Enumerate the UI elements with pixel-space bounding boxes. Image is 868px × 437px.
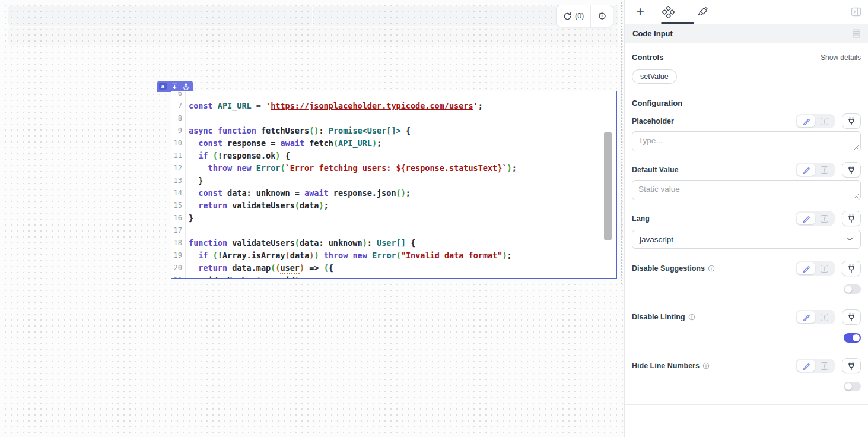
- property-label: Disable Linting: [632, 313, 695, 321]
- plug-icon-button[interactable]: [842, 309, 861, 325]
- edit-mode-segmented: f: [796, 163, 835, 177]
- plug-icon-button[interactable]: [842, 211, 861, 226]
- code-line[interactable]: 16}: [171, 212, 616, 224]
- fx-icon-button[interactable]: f: [815, 311, 834, 323]
- code-text: }: [186, 175, 203, 187]
- code-text: async function fetchUsers(): Promise<Use…: [186, 125, 411, 137]
- pencil-icon-button[interactable]: [797, 360, 815, 372]
- code-line[interactable]: 15 return validateUsers(data);: [171, 200, 616, 212]
- pencil-icon-button[interactable]: [797, 164, 815, 176]
- lang-select[interactable]: javascript: [632, 230, 861, 249]
- info-icon[interactable]: [702, 362, 710, 369]
- canvas-history-controls: (0): [556, 5, 613, 27]
- fx-icon-button[interactable]: f: [815, 164, 834, 176]
- binding-mode-cluster: f: [796, 113, 861, 129]
- section-divider: [625, 91, 868, 91]
- fx-icon: f: [821, 314, 828, 321]
- placeholder-input[interactable]: [632, 131, 861, 151]
- line-number: 7: [171, 100, 186, 112]
- line-number: 20: [171, 262, 186, 274]
- code-line[interactable]: 13 }: [171, 175, 616, 187]
- plug-icon-button[interactable]: [842, 358, 861, 373]
- widget-type-icon: a: [159, 83, 167, 90]
- pencil-icon-button[interactable]: [797, 311, 815, 323]
- refresh-button[interactable]: (0): [557, 5, 590, 27]
- property-label: Lang: [632, 214, 650, 223]
- code-text: [186, 112, 189, 125]
- line-number: 13: [171, 175, 186, 187]
- docs-icon[interactable]: [853, 29, 860, 38]
- disable-suggestions-toggle[interactable]: [844, 284, 861, 294]
- history-button[interactable]: [590, 5, 613, 27]
- fx-icon: f: [821, 265, 828, 273]
- code-text: const response = await fetch(API_URL);: [186, 137, 381, 150]
- default-value-input[interactable]: [632, 180, 861, 200]
- info-icon[interactable]: [708, 265, 715, 272]
- edit-mode-segmented: f: [796, 261, 835, 276]
- pencil-icon-button[interactable]: [797, 115, 815, 127]
- hide-line-numbers-toggle[interactable]: [844, 382, 861, 391]
- code-editor[interactable]: 67const API_URL = 'https://jsonplacehold…: [171, 91, 616, 279]
- code-input-widget[interactable]: 67const API_URL = 'https://jsonplacehold…: [171, 91, 617, 279]
- property-row-disable-suggestions: Disable Suggestionsf: [632, 261, 861, 294]
- binding-mode-cluster: f: [796, 211, 861, 226]
- configuration-section-title: Configuration: [632, 99, 682, 107]
- setvalue-method-chip[interactable]: setValue: [632, 69, 677, 84]
- resize-handle[interactable]: [854, 145, 859, 150]
- toggle-knob: [845, 286, 852, 293]
- show-details-link[interactable]: Show details: [821, 53, 861, 62]
- widget-name: Code Input: [632, 29, 673, 38]
- plug-icon-button[interactable]: [842, 162, 861, 178]
- fx-icon-button[interactable]: f: [815, 115, 834, 127]
- line-number: 16: [171, 212, 186, 224]
- code-line[interactable]: 6: [171, 91, 616, 100]
- binding-mode-cluster: f: [796, 261, 861, 276]
- fx-icon-button[interactable]: f: [815, 213, 834, 224]
- code-line[interactable]: 10 const response = await fetch(API_URL)…: [171, 137, 616, 150]
- fx-icon-button[interactable]: f: [815, 262, 834, 274]
- line-number: 15: [171, 200, 186, 212]
- pencil-icon-button[interactable]: [797, 262, 815, 274]
- property-label: Disable Suggestions: [632, 264, 715, 273]
- app-canvas[interactable]: (0) a 67const API_URL = 'https://jsonpla…: [0, 0, 624, 437]
- info-icon[interactable]: [688, 314, 695, 321]
- editor-scrollbar-thumb[interactable]: [604, 132, 612, 240]
- collapse-panel-icon[interactable]: [851, 7, 861, 17]
- tab-components[interactable]: [651, 0, 685, 24]
- anchor-icon[interactable]: [183, 83, 189, 90]
- code-text: [186, 224, 189, 237]
- fx-icon-button[interactable]: f: [815, 360, 834, 372]
- code-line[interactable]: 17: [171, 224, 616, 237]
- tab-insert[interactable]: +: [625, 0, 651, 24]
- pencil-icon-button[interactable]: [797, 213, 815, 224]
- toggle-knob: [845, 383, 852, 390]
- fx-icon: f: [821, 118, 828, 125]
- code-line[interactable]: 18function validateUsers(data: unknown):…: [171, 237, 616, 249]
- edit-mode-segmented: f: [796, 310, 835, 324]
- code-text: const data: unknown = await response.jso…: [186, 187, 411, 200]
- plug-icon-button[interactable]: [842, 113, 861, 129]
- code-line[interactable]: 7const API_URL = 'https://jsonplaceholde…: [171, 100, 616, 112]
- line-number: 8: [171, 112, 186, 125]
- code-line[interactable]: 11 if (!response.ok) {: [171, 150, 616, 162]
- line-number: 6: [171, 91, 186, 100]
- code-line[interactable]: 21 id: Number(user.id),: [171, 274, 616, 279]
- widget-placeholder[interactable]: [8, 6, 312, 26]
- code-line[interactable]: 14 const data: unknown = await response.…: [171, 187, 616, 200]
- code-text: id: Number(user.id),: [186, 274, 304, 279]
- expand-down-icon[interactable]: [171, 83, 178, 90]
- widget-name-header[interactable]: Code Input: [625, 24, 868, 43]
- code-line[interactable]: 9async function fetchUsers(): Promise<Us…: [171, 125, 616, 137]
- code-line[interactable]: 20 return data.map((user) => ({: [171, 262, 616, 274]
- disable-linting-toggle[interactable]: [844, 333, 861, 343]
- widget-placeholder[interactable]: [8, 27, 618, 45]
- code-line[interactable]: 8: [171, 112, 616, 125]
- code-line[interactable]: 19 if (!Array.isArray(data)) throw new E…: [171, 249, 616, 262]
- line-number: 11: [171, 150, 186, 162]
- plug-icon-button[interactable]: [842, 261, 861, 276]
- tab-styles[interactable]: [685, 0, 720, 24]
- resize-handle[interactable]: [854, 194, 859, 198]
- components-icon: [662, 6, 675, 18]
- code-text: [186, 91, 189, 100]
- code-line[interactable]: 12 throw new Error(`Error fetching users…: [171, 162, 616, 175]
